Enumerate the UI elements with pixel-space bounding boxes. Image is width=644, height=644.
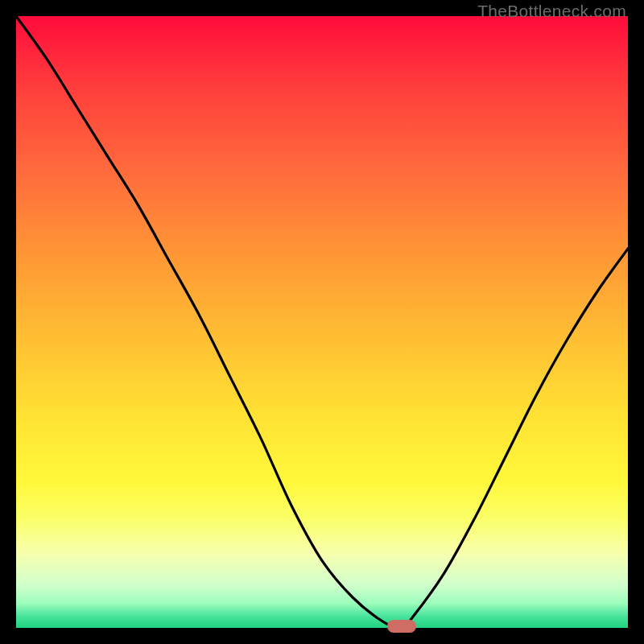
minimum-marker [387, 620, 416, 633]
curve-path [16, 16, 628, 628]
bottleneck-curve [16, 16, 628, 628]
